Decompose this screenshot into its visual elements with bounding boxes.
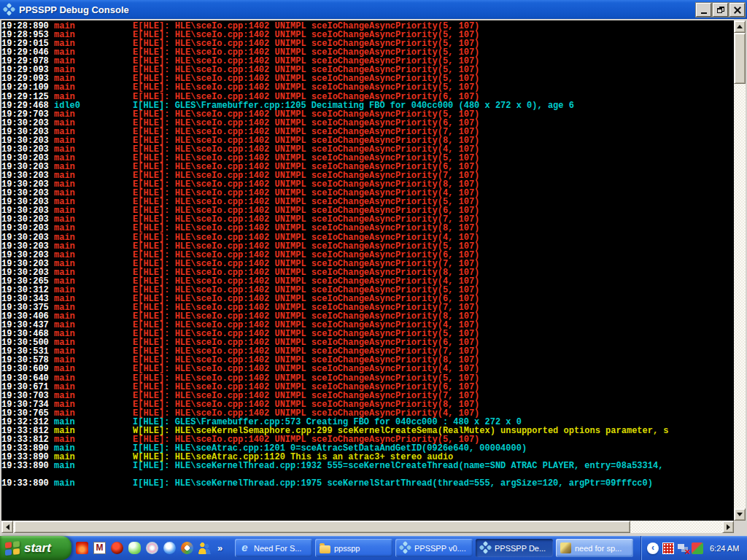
taskbar-button-label: PPSSPP De... [495,544,546,553]
log-timestamp: 19:29:109 [1,83,54,92]
log-thread: main [54,277,133,286]
log-thread: main [54,83,133,92]
vertical-scrollbar[interactable] [734,20,746,521]
users-icon[interactable] [198,542,211,554]
log-thread: main [54,479,133,488]
clock: 6:24 AM [710,544,739,553]
log-thread: main [54,409,133,418]
log-thread: idle0 [54,101,133,110]
log-thread: main [54,365,133,373]
blue-swirl-icon[interactable] [163,542,176,554]
flame-icon[interactable] [76,542,88,554]
task-buttons: Need For S...ppssppPPSSPP v0....PPSSPP D… [235,536,633,560]
restore-button[interactable] [713,3,728,17]
ppsspp-window-icon[interactable] [2,2,16,16]
log-timestamp: 19:30:703 [1,392,54,400]
taskbar-button[interactable]: PPSSPP v0.... [395,539,473,557]
log-thread: main [54,383,133,392]
log-timestamp: 19:30:203 [1,136,54,145]
scroll-right-button[interactable] [722,521,734,533]
log-timestamp: 19:30:203 [1,260,54,268]
log-timestamp: 19:30:203 [1,251,54,260]
green-blob-icon[interactable] [128,542,141,554]
log-timestamp: 19:30:203 [1,233,54,242]
log-timestamp: 19:30:203 [1,242,54,251]
taskbar: start » Need For S...ppssppPPSSPP v0....… [0,536,747,560]
title-bar: PPSSPP Debug Console [0,0,747,19]
taskbar-button[interactable]: PPSSPP De... [476,539,553,557]
tray-red-icon[interactable] [662,542,674,554]
log-timestamp: 19:30:265 [1,277,54,286]
scroll-left-button[interactable] [1,521,13,533]
log-thread: main [54,93,133,101]
arrow-right-icon [727,524,730,530]
start-button[interactable]: start [0,536,71,560]
tray-collapse-chevron-icon[interactable]: ‹ [647,542,659,554]
log-thread: main [54,392,133,400]
console-log: 19:28:890mainE[HLE]: HLE\sceIo.cpp:1402 … [1,20,734,521]
log-thread: main [54,242,133,251]
ie-icon [239,542,250,553]
log-thread: main [54,224,133,233]
log-thread: main [54,268,133,277]
scrollbar-corner [734,521,746,533]
log-thread: main [54,110,133,119]
log-thread: main [54,374,133,383]
minimize-button[interactable] [696,3,711,17]
scroll-down-button[interactable] [734,508,746,521]
log-timestamp: 19:30:734 [1,400,54,409]
log-thread: main [54,128,133,136]
taskbar-button[interactable]: need for sp... [556,539,633,557]
log-thread: main [54,233,133,242]
scroll-up-button[interactable] [734,20,746,33]
log-timestamp: 19:30:203 [1,268,54,277]
log-thread: main [54,400,133,409]
tray-monitors-icon[interactable] [677,542,689,554]
log-timestamp: 19:29:125 [1,93,54,101]
horizontal-scrollbar[interactable] [1,521,734,533]
system-tray: ‹ 6:24 AM [640,536,747,560]
log-thread: main [54,260,133,268]
arrow-left-icon [6,524,9,530]
log-timestamp: 19:33:890 [1,462,54,470]
nfs-icon [560,542,571,553]
tray-shield-icon[interactable] [692,542,703,554]
cd-icon[interactable] [146,542,158,554]
start-label: start [24,541,51,556]
log-line: 19:33:890mainI[HLE]: HLE\sceKernelThread… [1,479,734,488]
window-title: PPSSPP Debug Console [19,4,129,15]
quick-launch-bar: » [76,536,222,560]
wmp-icon[interactable] [181,542,193,554]
ppsspp-icon [479,541,492,555]
dark-disc-icon[interactable] [111,542,123,554]
log-thread: main [54,462,133,470]
taskbar-button-label: need for sp... [575,544,622,553]
close-icon [734,7,741,14]
tray-icons [662,542,703,554]
log-timestamp: 19:30:609 [1,365,54,373]
log-thread: main [54,119,133,128]
taskbar-button[interactable]: Need For S... [235,539,312,557]
log-timestamp: 19:30:203 [1,119,54,128]
log-thread: main [54,251,133,260]
restore-icon [717,7,724,13]
minimize-icon [701,12,707,14]
log-timestamp: 19:30:671 [1,383,54,392]
ppsspp-icon [398,541,412,555]
arrow-up-icon [737,25,743,28]
log-thread: main [54,136,133,145]
horizontal-scroll-thumb[interactable] [14,521,630,533]
log-timestamp: 19:29:703 [1,110,54,119]
taskbar-button[interactable]: ppsspp [315,539,392,557]
log-line: 19:33:890mainI[HLE]: HLE\sceKernelThread… [1,462,734,470]
vertical-scroll-thumb[interactable] [734,33,746,84]
log-timestamp: 19:30:203 [1,224,54,233]
log-timestamp: 19:30:203 [1,128,54,136]
close-button[interactable] [729,3,745,17]
m-icon[interactable] [93,542,106,554]
windows-flag-icon [5,540,20,555]
log-message: I[HLE]: HLE\sceKernelThread.cpp:1975 sce… [133,478,653,489]
quick-launch-overflow-chevron-icon[interactable]: » [217,542,222,553]
log-timestamp: 19:32:312 [1,418,54,427]
log-timestamp: 19:30:765 [1,409,54,418]
